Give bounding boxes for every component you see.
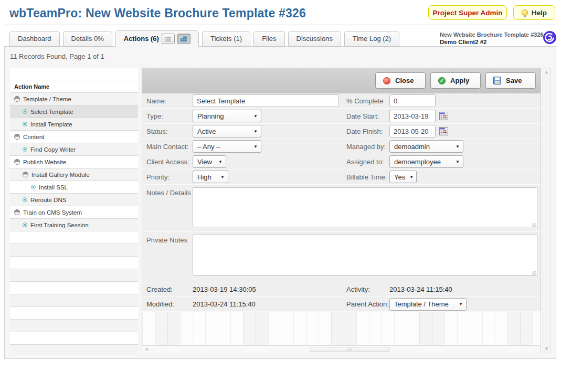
client-access-select[interactable]: View ▼ — [193, 155, 226, 168]
action-row-install-template[interactable]: Install Template — [10, 118, 138, 131]
wbteampro-logo-icon[interactable] — [543, 30, 557, 45]
action-row-template-theme[interactable]: Template / Theme — [10, 93, 138, 105]
detail-view-button[interactable] — [177, 34, 190, 44]
action-row-label: Find Copy Writer — [30, 146, 76, 153]
field-row-name: Name: % Complete — [142, 93, 541, 109]
main-contact-label: Main Contact: — [146, 143, 193, 151]
project-reference: New Website Brochure Template #326 Demo … — [440, 31, 544, 46]
action-list: Action NameTemplate / ThemeSelect Templa… — [10, 68, 138, 355]
type-select[interactable]: Planning ▼ — [193, 110, 261, 122]
empty-row — [10, 294, 138, 307]
parent-action-select[interactable]: Template / Theme ▼ — [389, 298, 467, 311]
field-row-notes: Notes / Details — [142, 185, 541, 232]
managed-by-select[interactable]: demoadmin ▼ — [389, 140, 463, 153]
tab-time-log-2[interactable]: Time Log (2) — [344, 31, 399, 47]
tab-files[interactable]: Files — [253, 31, 284, 47]
action-row-install-ssl[interactable]: Install SSL — [10, 181, 138, 194]
calendar-icon[interactable] — [439, 112, 448, 120]
date-finish-input[interactable] — [389, 125, 436, 137]
date-start-label: Date Start: — [346, 112, 389, 120]
apply-check-icon: ✓ — [438, 77, 446, 84]
action-row-label: Publish Website — [23, 159, 66, 165]
priority-select[interactable]: High ▼ — [193, 171, 228, 183]
name-label: Name: — [146, 97, 193, 105]
empty-row — [10, 282, 138, 294]
action-row-label: Reroute DNS — [30, 197, 66, 203]
activity-value: 2013-03-24 11:15:40 — [389, 285, 452, 293]
tab-dashboard[interactable]: Dashboard — [9, 31, 60, 47]
scroll-left-icon[interactable]: ◄ — [144, 347, 149, 352]
child-node-icon — [23, 197, 27, 202]
action-row-select-template[interactable]: Select Template — [10, 105, 138, 118]
created-value: 2013-03-19 14:30:05 — [193, 285, 256, 293]
close-button[interactable]: Close — [375, 72, 426, 89]
parent-node-icon — [14, 209, 20, 215]
chevron-down-icon: ▼ — [253, 129, 258, 134]
tab-tickets-1[interactable]: Tickets (1) — [202, 31, 250, 47]
action-row-content[interactable]: Content — [10, 131, 138, 143]
type-value: Planning — [197, 112, 224, 120]
empty-row — [10, 231, 138, 244]
scroll-up-icon[interactable]: ▲ — [543, 70, 550, 75]
status-select[interactable]: Active ▼ — [193, 125, 261, 137]
date-start-input[interactable] — [389, 110, 436, 122]
wbteampro-app: wbTeamPro: New Website Brochure Template… — [0, 0, 561, 392]
action-row-first-training-session[interactable]: First Training Session — [10, 219, 138, 231]
save-button[interactable]: Save — [485, 72, 536, 89]
help-label: Help — [532, 9, 547, 17]
vertical-scrollbar[interactable]: ▲ ▼ — [543, 68, 551, 353]
tab-details-0[interactable]: Details 0% — [63, 31, 112, 47]
tab-bar: DashboardDetails 0%Actions (6)Tickets (1… — [9, 30, 403, 47]
main-contact-select[interactable]: – Any – ▼ — [193, 140, 261, 153]
list-view-button[interactable] — [162, 34, 175, 44]
private-notes-textarea[interactable] — [193, 235, 537, 276]
tab-discussions[interactable]: Discussions — [288, 31, 341, 47]
chevron-down-icon: ▼ — [459, 302, 463, 306]
help-button[interactable]: Help — [513, 5, 555, 20]
name-input[interactable] — [193, 94, 339, 107]
close-label: Close — [395, 77, 414, 84]
action-row-train-on-cms-system[interactable]: Train on CMS System — [10, 206, 138, 219]
created-label: Created: — [146, 285, 193, 293]
notes-textarea[interactable] — [193, 187, 537, 227]
chevron-down-icon: ▼ — [218, 160, 223, 164]
assigned-to-value: demoemployee — [394, 158, 441, 166]
billable-time-select[interactable]: Yes ▼ — [389, 171, 417, 183]
chevron-down-icon: ▼ — [409, 175, 414, 179]
project-ref-title: New Website Brochure Template #326 — [440, 31, 544, 38]
date-finish-label: Date Finish: — [346, 128, 389, 135]
action-row-install-gallery-module[interactable]: Install Gallery Module — [10, 168, 138, 181]
project-super-admin-button[interactable]: Project Super Admin — [428, 5, 507, 20]
tab-label: Details 0% — [71, 31, 104, 46]
chevron-down-icon: ▼ — [253, 144, 258, 149]
field-row-type: Type: Planning ▼ Date Start: — [142, 109, 541, 124]
modified-value: 2013-03-24 11:15:40 — [193, 300, 256, 308]
form-toolbar: Close ✓ Apply Save — [142, 68, 541, 93]
billable-time-label: Billable Time: — [346, 173, 389, 181]
tab-actions-6[interactable]: Actions (6) — [115, 30, 199, 47]
header-divider — [4, 25, 556, 25]
assigned-to-select[interactable]: demoemployee ▼ — [389, 155, 463, 168]
resize-grip-icon[interactable] — [532, 271, 536, 275]
percent-complete-input[interactable] — [389, 94, 436, 107]
action-name-header: Action Name — [10, 80, 138, 93]
calendar-icon[interactable] — [439, 127, 448, 135]
tab-label: Tickets (1) — [210, 31, 242, 46]
horizontal-scrollbar[interactable]: ◄ — [142, 345, 541, 353]
resize-grip-icon[interactable] — [532, 223, 536, 227]
apply-button[interactable]: ✓ Apply — [430, 72, 481, 89]
scroll-down-icon[interactable]: ▼ — [543, 346, 550, 351]
status-label: Status: — [146, 128, 193, 135]
action-row-label: Install Template — [30, 121, 72, 128]
action-row-publish-website[interactable]: Publish Website — [10, 156, 138, 168]
gantt-grid — [142, 312, 541, 345]
save-floppy-icon — [493, 77, 501, 84]
empty-row — [10, 269, 138, 282]
content-area: 11 Records Found, Page 1 of 1 Action Nam… — [4, 46, 556, 359]
action-row-find-copy-writer[interactable]: Find Copy Writer — [10, 143, 138, 156]
action-row-reroute-dns[interactable]: Reroute DNS — [10, 194, 138, 206]
client-access-label: Client Access: — [146, 158, 193, 166]
complete-label: % Complete — [346, 97, 389, 105]
scrollbar-thumb[interactable] — [310, 347, 389, 352]
apply-label: Apply — [450, 77, 469, 84]
